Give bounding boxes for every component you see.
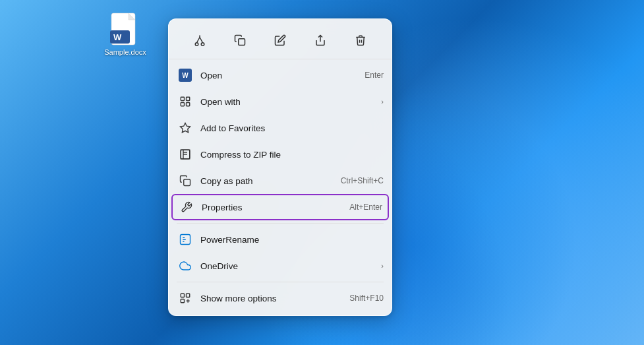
- menu-divider-2: [177, 282, 384, 282]
- favorites-icon: [177, 119, 194, 137]
- properties-icon: [178, 199, 195, 216]
- menu-favorites-label: Add to Favorites: [200, 123, 384, 133]
- menu-properties-label: Properties: [202, 203, 349, 212]
- menu-copy-path-shortcut: Ctrl+Shift+C: [341, 176, 384, 185]
- desktop-background: W Sample.docx: [0, 0, 644, 345]
- copy-toolbar-button[interactable]: [228, 28, 252, 52]
- cut-toolbar-button[interactable]: [188, 28, 212, 52]
- svg-rect-20: [181, 299, 184, 303]
- word-file-icon: W: [110, 12, 140, 46]
- onedrive-icon: [177, 257, 194, 274]
- menu-show-more-shortcut: Shift+F10: [349, 294, 384, 303]
- menu-properties-shortcut: Alt+Enter: [349, 203, 382, 212]
- menu-open-label: Open: [200, 71, 365, 80]
- open-with-arrow: ›: [381, 98, 384, 106]
- rename-toolbar-button[interactable]: [268, 28, 292, 52]
- svg-point-3: [195, 43, 198, 46]
- svg-rect-16: [184, 179, 190, 186]
- svg-rect-7: [181, 97, 184, 100]
- menu-item-show-more[interactable]: Show more options Shift+F10: [169, 285, 392, 311]
- menu-divider: [177, 223, 384, 224]
- menu-item-compress-zip[interactable]: Compress to ZIP file: [169, 141, 392, 168]
- menu-open-shortcut: Enter: [365, 71, 384, 80]
- zip-icon: [177, 146, 194, 163]
- powerrename-icon: [177, 231, 194, 248]
- svg-rect-9: [181, 103, 184, 106]
- menu-item-powerrename[interactable]: PowerRename: [169, 226, 392, 253]
- menu-copy-path-label: Copy as path: [200, 176, 341, 186]
- file-icon-label: Sample.docx: [104, 48, 146, 56]
- delete-toolbar-button[interactable]: [349, 28, 372, 52]
- svg-rect-10: [187, 103, 190, 106]
- open-with-icon: [177, 93, 194, 110]
- menu-item-onedrive[interactable]: OneDrive ›: [169, 253, 392, 279]
- menu-item-open-with[interactable]: Open with ›: [169, 88, 392, 115]
- menu-item-properties[interactable]: Properties Alt+Enter: [171, 194, 389, 220]
- svg-rect-8: [187, 97, 190, 100]
- menu-show-more-label: Show more options: [200, 294, 349, 303]
- menu-compress-label: Compress to ZIP file: [200, 150, 384, 160]
- context-toolbar: [169, 23, 392, 59]
- onedrive-arrow: ›: [381, 262, 384, 270]
- show-more-icon: [177, 290, 194, 307]
- context-menu: W Open Enter Open with ›: [168, 18, 392, 316]
- svg-point-4: [201, 43, 204, 46]
- svg-rect-5: [239, 39, 245, 46]
- svg-text:W: W: [113, 32, 122, 42]
- menu-item-copy-path[interactable]: Copy as path Ctrl+Shift+C: [169, 168, 392, 194]
- desktop-file-icon[interactable]: W Sample.docx: [102, 12, 148, 56]
- menu-open-with-label: Open with: [200, 97, 377, 107]
- menu-item-add-favorites[interactable]: Add to Favorites: [169, 115, 392, 141]
- svg-rect-18: [181, 294, 184, 297]
- menu-onedrive-label: OneDrive: [200, 261, 377, 271]
- svg-rect-19: [187, 294, 190, 297]
- word-menu-icon: W: [177, 67, 194, 84]
- share-toolbar-button[interactable]: [308, 28, 332, 52]
- svg-marker-11: [181, 123, 190, 133]
- menu-item-open[interactable]: W Open Enter: [169, 62, 392, 88]
- menu-powerrename-label: PowerRename: [200, 235, 384, 245]
- copy-path-icon: [177, 172, 194, 189]
